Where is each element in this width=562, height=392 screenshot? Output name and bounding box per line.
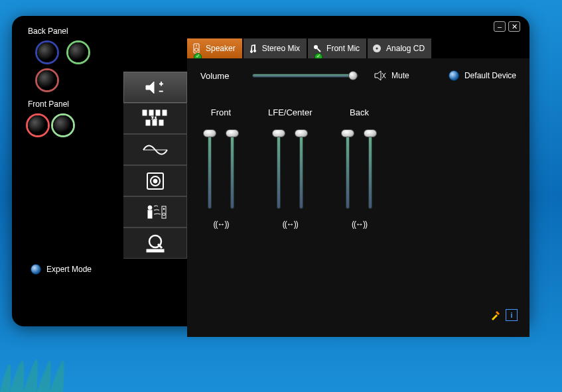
back-panel-label: Back Panel (28, 27, 111, 36)
window-controls: – ✕ (494, 21, 520, 32)
cd-icon (372, 43, 382, 54)
mute-label: Mute (391, 71, 409, 80)
balance-button[interactable]: ((↔)) (214, 220, 229, 229)
lfe-slider[interactable] (273, 129, 284, 209)
channel-back-label: Back (350, 107, 369, 117)
svg-text:+: + (159, 80, 163, 88)
center-slider[interactable] (296, 129, 307, 209)
sidetab-config[interactable]: 7.1 (123, 103, 187, 134)
balance-button[interactable]: ((↔)) (283, 220, 298, 229)
svg-point-19 (153, 179, 157, 183)
tools-button[interactable] (490, 309, 502, 321)
master-volume-thumb[interactable] (348, 71, 358, 80)
audio-control-panel-window: – ✕ Back Panel Front Panel Expert Mode S… (12, 16, 529, 326)
side-tabs: + − 7.1 (123, 72, 187, 259)
front-panel-label: Front Panel (28, 99, 111, 109)
front-jack-green[interactable] (53, 115, 73, 135)
volume-plusminus-icon: + − (142, 79, 169, 96)
volume-label: Volume (200, 71, 240, 81)
expert-mode-label: Expert Mode (46, 265, 92, 274)
svg-line-26 (158, 244, 162, 248)
wrench-screwdriver-icon (490, 309, 502, 321)
info-icon: i (510, 311, 512, 319)
speaker-volume-pane: Volume Mute Default Device (187, 58, 529, 337)
room-person-icon (142, 202, 169, 222)
svg-text:7.1: 7.1 (151, 116, 157, 120)
info-button[interactable]: i (506, 309, 518, 321)
svg-rect-27 (147, 249, 164, 252)
svg-rect-13 (153, 120, 157, 125)
tab-analog-cd[interactable]: Analog CD (368, 38, 431, 58)
content-area: Speaker Stereo Mix Front Mic (123, 38, 529, 324)
svg-rect-9 (149, 110, 153, 115)
svg-point-1 (196, 45, 197, 46)
sidetab-room[interactable] (123, 196, 187, 228)
channel-front-label: Front (211, 107, 231, 117)
minimize-button[interactable]: – (494, 21, 506, 32)
svg-rect-12 (146, 120, 150, 125)
svg-rect-14 (159, 120, 163, 125)
tab-stereo-mix-label: Stereo Mix (262, 44, 300, 53)
master-volume-row: Volume Mute Default Device (200, 70, 516, 81)
channel-sliders: Front ((↔)) LFE/Center ((↔)) (204, 107, 516, 229)
expert-mode-orb-icon (31, 264, 41, 275)
svg-rect-8 (143, 110, 147, 115)
svg-rect-10 (156, 110, 160, 115)
back-jack-orange[interactable] (37, 70, 57, 90)
front-left-slider[interactable] (204, 129, 215, 209)
subwoofer-icon (145, 171, 165, 191)
qsound-logo-icon (144, 233, 167, 253)
tab-front-mic-label: Front Mic (326, 44, 360, 53)
svg-point-5 (376, 48, 378, 50)
svg-point-23 (163, 208, 165, 210)
hardware-jacks-panel: Back Panel Front Panel (19, 23, 111, 141)
default-device-label: Default Device (464, 71, 516, 80)
channel-front: Front ((↔)) (204, 107, 238, 229)
footer-icons: i (490, 309, 518, 321)
mute-button[interactable]: Mute (374, 70, 409, 81)
sidetab-volume[interactable]: + − (123, 72, 187, 103)
sidetab-qsound[interactable] (123, 228, 187, 259)
channel-back: Back ((↔)) (342, 107, 376, 229)
mute-speaker-icon (374, 70, 386, 81)
default-device-button[interactable]: Default Device (449, 70, 516, 81)
speaker-grid-icon: 7.1 (141, 109, 169, 129)
mic-icon (312, 43, 322, 54)
svg-point-24 (163, 213, 165, 216)
tab-speaker-label: Speaker (206, 44, 236, 53)
sidetab-effects[interactable] (123, 134, 187, 165)
svg-point-20 (148, 206, 152, 210)
balance-button[interactable]: ((↔)) (352, 220, 367, 229)
device-tabs: Speaker Stereo Mix Front Mic (187, 38, 529, 58)
channel-lfe-center: LFE/Center ((↔)) (268, 107, 312, 229)
svg-rect-21 (148, 210, 152, 218)
channel-lfe-label: LFE/Center (268, 107, 312, 117)
back-jack-green[interactable] (68, 42, 88, 62)
default-device-orb-icon (449, 70, 459, 81)
back-left-slider[interactable] (342, 129, 353, 209)
desktop-grass-decoration (0, 339, 133, 392)
music-note-icon (247, 43, 258, 54)
back-jack-blue[interactable] (37, 42, 57, 62)
tab-front-mic[interactable]: Front Mic (308, 38, 366, 58)
svg-rect-11 (163, 110, 167, 115)
expert-mode-button[interactable]: Expert Mode (31, 264, 92, 275)
tab-speaker[interactable]: Speaker (187, 38, 242, 58)
front-jack-pink[interactable] (28, 115, 48, 135)
tab-stereo-mix[interactable]: Stereo Mix (244, 38, 307, 58)
sine-wave-icon (142, 141, 169, 159)
front-right-slider[interactable] (227, 129, 238, 209)
speaker-icon (191, 43, 202, 54)
svg-point-2 (195, 48, 198, 52)
master-volume-slider[interactable] (252, 74, 358, 78)
back-right-slider[interactable] (365, 129, 376, 209)
sidetab-subwoofer[interactable] (123, 165, 187, 196)
svg-text:−: − (159, 88, 163, 95)
close-button[interactable]: ✕ (508, 21, 520, 32)
tab-analog-cd-label: Analog CD (386, 44, 425, 53)
